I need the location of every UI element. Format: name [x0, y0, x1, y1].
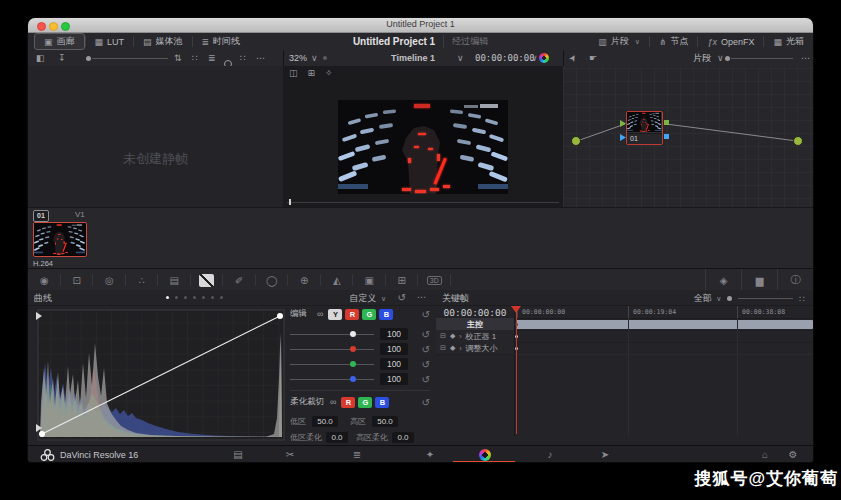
palette-3d[interactable]: 3D: [418, 269, 451, 291]
reset-icon[interactable]: ↺: [422, 397, 430, 408]
luma-gain-slider[interactable]: [290, 334, 374, 335]
link-channels-icon[interactable]: ∞: [317, 309, 323, 319]
expand-icon[interactable]: ∷: [799, 294, 805, 304]
node-zoom-track[interactable]: [731, 58, 793, 59]
grid-view-icon[interactable]: ∷: [192, 50, 198, 66]
curves-mode-select[interactable]: 自定义 ∨: [349, 292, 386, 305]
clip-thumbnail[interactable]: [33, 222, 87, 257]
nodes-toggle-button[interactable]: ⋔ 节点: [650, 34, 698, 49]
grid-view-icon[interactable]: ⊞: [308, 68, 316, 78]
openfx-toggle-button[interactable]: ƒx OpenFX: [698, 34, 763, 49]
curve-editor[interactable]: [36, 308, 286, 442]
sort-icon[interactable]: ⇅: [174, 50, 182, 66]
viewer-image[interactable]: [338, 100, 508, 194]
palette-sizing[interactable]: ⊡: [61, 269, 94, 291]
node-zoom-slider[interactable]: [725, 56, 730, 61]
link-channels-icon[interactable]: ∞: [330, 397, 336, 407]
lightbox-toggle-button[interactable]: ▦ 光箱: [764, 34, 813, 49]
high-soft-value[interactable]: 0.0: [392, 432, 414, 443]
palette-tracker[interactable]: ⊕: [288, 269, 321, 291]
compare-view-icon[interactable]: ◫: [289, 68, 298, 78]
lut-toggle-button[interactable]: ▦ LUT: [86, 34, 134, 49]
expand-track-icon[interactable]: ›: [459, 333, 461, 340]
palette-color-wheels[interactable]: ◉: [28, 269, 61, 291]
keyframe-toggle-icon[interactable]: ◆: [450, 332, 455, 340]
viewer-timecode[interactable]: 00:00:00:00: [475, 50, 535, 66]
reset-icon[interactable]: ↺: [422, 329, 430, 340]
track-label-master[interactable]: 主控: [436, 318, 514, 330]
green-gain-value[interactable]: 100: [380, 358, 408, 370]
keyframe-filter-select[interactable]: 全部 ∨: [694, 292, 722, 305]
gallery-zoom-slider[interactable]: [86, 56, 91, 61]
palette-page-dots[interactable]: [166, 296, 223, 299]
palette-hdr[interactable]: ∴: [126, 269, 159, 291]
color-wheel-icon[interactable]: [539, 53, 549, 63]
red-gain-slider[interactable]: [290, 349, 374, 350]
timelines-toggle-button[interactable]: ≣ 时间线: [193, 34, 250, 49]
reset-icon[interactable]: ↺: [422, 374, 430, 385]
palette-curves-active[interactable]: [191, 269, 224, 291]
more-options-icon[interactable]: ⋯: [256, 50, 265, 66]
keyframe-zoom-slider[interactable]: [727, 296, 732, 301]
fusion-page-button[interactable]: ✦: [417, 446, 443, 462]
palette-color-wheel[interactable]: ◎: [93, 269, 126, 291]
channel-r-button[interactable]: R: [345, 309, 359, 320]
expand-track-icon[interactable]: ›: [459, 345, 461, 352]
track-version-label[interactable]: V1: [75, 210, 85, 219]
info-button[interactable]: ⓘ: [777, 269, 813, 291]
gallery-zoom-track[interactable]: [92, 58, 168, 59]
node-graph[interactable]: 01: [563, 66, 813, 212]
viewer-zoom-select[interactable]: 32%: [289, 50, 307, 66]
expand-icon[interactable]: ∷: [240, 50, 246, 66]
node-view-select[interactable]: 片段: [693, 50, 711, 66]
clips-toggle-button[interactable]: ▥ 片段 ∨: [589, 34, 649, 49]
channel-y-button[interactable]: Y: [328, 309, 342, 320]
cursor-tool-icon[interactable]: ➤: [564, 51, 582, 66]
reset-icon[interactable]: ↺: [422, 309, 430, 320]
reset-icon[interactable]: ↺: [422, 344, 430, 355]
green-gain-slider[interactable]: [290, 364, 374, 365]
palette-power-window[interactable]: ◯: [256, 269, 289, 291]
fairlight-page-button[interactable]: ♪: [537, 446, 563, 462]
luma-gain-value[interactable]: 100: [380, 328, 408, 340]
low-value[interactable]: 50.0: [312, 416, 338, 427]
softclip-g-button[interactable]: G: [358, 397, 372, 408]
palette-raw[interactable]: ▤: [158, 269, 191, 291]
softclip-b-button[interactable]: B: [375, 397, 389, 408]
media-page-button[interactable]: ▤: [225, 446, 251, 462]
master-keyframe-bar[interactable]: [516, 320, 813, 329]
enhance-icon[interactable]: ✧: [325, 68, 333, 78]
palette-face-refinement[interactable]: ▣: [353, 269, 386, 291]
red-gain-value[interactable]: 100: [380, 343, 408, 355]
timeline-select[interactable]: Timeline 1: [373, 50, 453, 66]
settings-button[interactable]: ⚙: [780, 446, 806, 462]
high-value[interactable]: 50.0: [372, 416, 398, 427]
lock-icon[interactable]: ⊟: [440, 344, 446, 352]
more-options-icon[interactable]: ⋯: [417, 292, 426, 302]
keyframe-playhead[interactable]: [516, 307, 517, 434]
playhead-handle[interactable]: [511, 306, 521, 313]
palette-blur[interactable]: ◭: [321, 269, 354, 291]
media-pool-toggle-button[interactable]: ▤ 媒体池: [134, 34, 192, 49]
blue-gain-slider[interactable]: [290, 379, 374, 380]
viewer-scrub-bar[interactable]: [287, 199, 559, 205]
reset-icon[interactable]: ↺: [398, 292, 406, 303]
gallery-toggle-button[interactable]: ▣ 画廊: [34, 33, 85, 50]
channel-b-button[interactable]: B: [379, 309, 393, 320]
palette-stereo[interactable]: ⊞: [386, 269, 419, 291]
project-manager-button[interactable]: ⌂: [752, 446, 778, 462]
pane-toggle-icon[interactable]: ◧: [36, 50, 45, 66]
grab-still-icon[interactable]: ↧: [58, 50, 66, 66]
low-soft-value[interactable]: 0.0: [326, 432, 348, 443]
list-view-icon[interactable]: ≣: [208, 50, 216, 66]
split-screen-button[interactable]: ◈: [705, 269, 741, 291]
softclip-r-button[interactable]: R: [341, 397, 355, 408]
scrub-playhead[interactable]: [289, 199, 291, 205]
blue-gain-value[interactable]: 100: [380, 373, 408, 385]
palette-qualifier[interactable]: ✐: [223, 269, 256, 291]
hand-tool-icon[interactable]: ☛: [589, 50, 597, 66]
deliver-page-button[interactable]: ➤: [592, 446, 618, 462]
more-options-icon[interactable]: ⋯: [801, 50, 810, 66]
keyframe-toggle-icon[interactable]: ◆: [450, 344, 455, 352]
cut-page-button[interactable]: ✂: [277, 446, 303, 462]
